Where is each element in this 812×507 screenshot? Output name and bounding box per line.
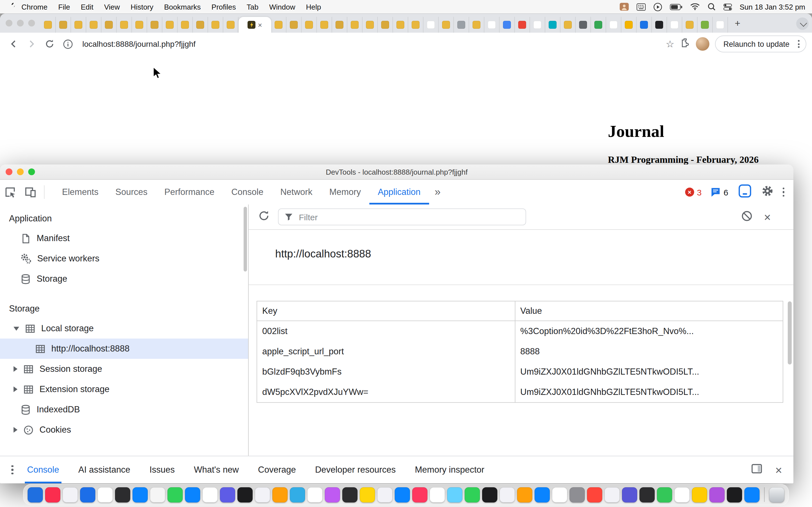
close-drawer-icon[interactable]: × [775,464,782,476]
browser-tab[interactable]: × [560,17,576,33]
menu-bar-item[interactable]: Edit [81,3,93,11]
dock-app-icon[interactable] [552,487,567,502]
back-button[interactable] [6,36,21,52]
table-row[interactable]: apple_script_url_port 8888 [257,341,783,362]
browser-tab[interactable]: × [147,17,162,33]
expander-closed-icon[interactable] [13,386,17,392]
wifi-icon[interactable] [690,3,700,10]
refresh-icon[interactable] [258,210,270,224]
browser-tab[interactable]: × [177,17,193,33]
panel-scrollbar[interactable] [788,301,792,364]
dock-app-icon[interactable] [465,487,480,502]
menu-bar-item[interactable]: Bookmarks [164,3,201,11]
sidebar-item-extension-storage[interactable]: Extension storage [0,379,248,399]
menu-bar-clock[interactable]: Sun 18 Jan 3:52 pm [740,3,805,11]
dock-app-icon[interactable] [202,487,218,502]
browser-tab[interactable]: × [515,17,530,33]
browser-tab[interactable]: × [439,17,454,33]
dock-app-icon[interactable] [325,487,340,502]
origin-title[interactable]: http://localhost:8888 [275,248,371,260]
devtools-menu-icon[interactable] [782,187,784,197]
column-header-key[interactable]: Key [257,306,515,316]
zoom-window-button[interactable] [28,20,35,26]
menu-bar-item[interactable]: File [58,3,70,11]
dock-app-icon[interactable] [167,487,183,502]
browser-tab[interactable]: × [71,17,86,33]
dock-app-icon[interactable] [255,487,270,502]
browser-tab[interactable]: × [347,17,363,33]
new-tab-button[interactable]: + [730,16,745,31]
dock-app-icon[interactable] [447,487,462,502]
dock-app-icon[interactable] [377,487,393,502]
devtools-panel-tab[interactable]: Application [369,180,429,205]
browser-tab[interactable]: × [469,17,485,33]
dock-app-icon[interactable] [517,487,532,502]
sidebar-item-manifest[interactable]: Manifest [0,228,248,248]
browser-tab[interactable]: × [162,17,177,33]
table-row[interactable]: 002list %3Coption%20id%3D%22FtE3hoR_Nvo%… [257,321,783,341]
dock-app-icon[interactable] [430,487,445,502]
devtools-titlebar[interactable]: DevTools - localhost:8888/journal.php?fj… [0,165,794,180]
close-window-button[interactable] [6,168,12,175]
console-messages-badge[interactable]: 6 [711,187,728,197]
close-window-button[interactable] [6,20,12,26]
dock-app-icon[interactable] [272,487,288,502]
dock-side-icon[interactable] [750,462,763,477]
minimize-window-button[interactable] [17,168,24,175]
dock-app-icon[interactable] [238,487,253,502]
device-mode-active-icon[interactable] [737,184,752,201]
browser-tab[interactable]: × [363,17,378,33]
relaunch-to-update-button[interactable]: Relaunch to update [715,36,806,52]
devtools-panel-tab[interactable]: Sources [107,180,156,205]
dock-app-icon[interactable] [657,487,672,502]
dock-app-icon[interactable] [500,487,515,502]
sidebar-item-cookies[interactable]: Cookies [0,420,248,440]
drawer-tab[interactable]: AI assistance [76,456,133,483]
address-bar[interactable] [81,39,320,49]
inspect-element-icon[interactable] [0,180,20,205]
browser-tab[interactable]: × [621,17,637,33]
dock-app-icon[interactable] [98,487,113,502]
block-icon[interactable] [741,210,753,224]
dock-app-icon[interactable] [535,487,550,502]
menu-bar-item[interactable]: History [131,3,153,11]
browser-tab[interactable]: × [41,17,56,33]
menu-bar-item[interactable]: Help [306,3,321,11]
keyboard-icon[interactable] [637,3,645,10]
expander-open-icon[interactable] [13,327,19,330]
drawer-tab[interactable]: What's new [192,456,241,483]
browser-tab[interactable]: × [698,17,713,33]
devtools-panel-tab[interactable]: Network [272,180,321,205]
browser-tab[interactable]: × [652,17,667,33]
extensions-icon[interactable] [680,38,690,50]
menu-bar-item[interactable]: Chrome [21,3,48,11]
browser-tab[interactable]: × [287,17,302,33]
dock-app-icon[interactable] [727,487,742,502]
dock-app-icon[interactable] [482,487,497,502]
browser-tab[interactable]: × [713,17,728,33]
browser-tab[interactable]: × [530,17,545,33]
spotlight-search-icon[interactable] [707,3,715,11]
sidebar-scrollbar[interactable] [244,207,247,272]
browser-tab[interactable]: × [317,17,332,33]
site-info-icon[interactable] [60,36,75,52]
column-header-value[interactable]: Value [515,301,783,321]
reload-button[interactable] [42,36,57,52]
sidebar-item-indexeddb[interactable]: IndexedDB [0,399,248,420]
dock-app-icon[interactable] [709,487,725,502]
dock-app-icon[interactable] [45,487,60,502]
browser-tab[interactable]: × [132,17,147,33]
trash-icon[interactable] [769,487,784,502]
control-center-icon[interactable] [723,3,732,10]
zoom-window-button[interactable] [28,168,35,175]
browser-tab[interactable]: × [86,17,101,33]
browser-tab[interactable]: × [208,17,223,33]
browser-tab[interactable]: × [223,17,239,33]
dock-app-icon[interactable] [150,487,165,502]
profile-avatar[interactable] [696,37,709,51]
browser-tab[interactable]: × [393,17,408,33]
dock-app-icon[interactable] [63,487,78,502]
browser-tab[interactable]: × [682,17,698,33]
dock-app-icon[interactable] [692,487,707,502]
forward-button[interactable] [24,36,40,52]
